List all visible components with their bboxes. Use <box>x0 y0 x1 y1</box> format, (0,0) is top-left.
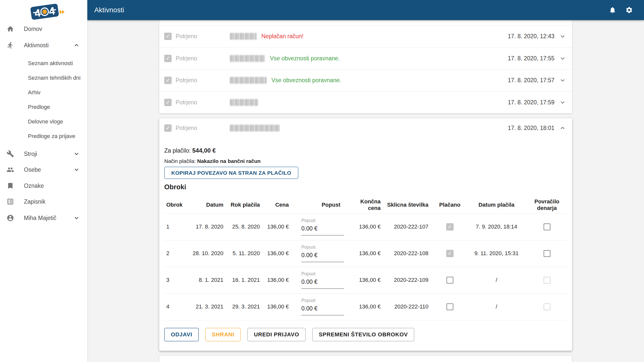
sidebar-item-oznake[interactable]: Oznake <box>0 179 87 193</box>
placano-checkbox <box>446 250 454 257</box>
activity-row[interactable]: Potrjeno Neplačan račun! 17. 8. 2020, 12… <box>159 25 572 47</box>
placano-checkbox[interactable] <box>447 277 453 284</box>
redacted-name <box>230 55 265 62</box>
popust-floating-label: Popust <box>301 218 344 223</box>
povracilo-checkbox <box>544 277 550 284</box>
obrok-datum: 28. 10. 2020 <box>187 240 228 267</box>
chevron-down-icon[interactable] <box>559 33 566 40</box>
sidebar-item-seznam-tehniskih-dni[interactable]: Seznam tehniških dni <box>0 72 87 84</box>
potrjeno-label: Potrjeno <box>176 55 197 62</box>
sidebar-item-label: Zapisnik <box>24 198 46 205</box>
col-povracilo-denarja: Povračilo denarja <box>527 196 567 213</box>
sidebar-child-label: Predloge <box>28 104 50 110</box>
popust-input[interactable] <box>301 225 344 236</box>
popust-input[interactable] <box>301 305 344 315</box>
expanded-activity-card: Potrjeno 17. 8. 2020, 18:01 Za plačilo: … <box>159 118 572 351</box>
chevron-up-icon[interactable] <box>559 125 566 131</box>
obrok-sklicna-stevilka: 2020-222-110 <box>386 293 433 320</box>
payment-method-label: Način plačila: <box>164 158 196 164</box>
page-title: Aktivnosti <box>94 6 124 14</box>
spremeni-stevilo-obrokov-button[interactable]: SPREMENI ŠTEVILO OBROKOV <box>312 328 414 341</box>
obrok-rok-placila: 29. 3. 2021 <box>228 293 265 320</box>
obrok-koncna-cena: 136,00 € <box>348 293 386 320</box>
obrok-number: 1 <box>164 213 187 240</box>
installment-row: 2 28. 10. 2020 5. 11. 2020 136,00 € Popu… <box>164 240 567 267</box>
chevron-down-icon[interactable] <box>559 99 566 106</box>
potrjeno-checkbox <box>164 124 172 132</box>
chevron-down-icon[interactable] <box>559 55 566 62</box>
sidebar-item-zapisnik[interactable]: Zapisnik <box>0 195 87 209</box>
sidebar-item-seznam-aktivnosti[interactable]: Seznam aktivnosti <box>0 57 87 69</box>
sidebar-item-label: Osebe <box>24 166 41 173</box>
popust-input[interactable] <box>301 279 344 289</box>
sidebar-child-label: Seznam tehniških dni <box>28 75 80 81</box>
col-datum: Datum <box>187 196 228 213</box>
col-sklicna-stevilka: Sklicna številka <box>386 196 433 213</box>
chevron-down-icon <box>73 166 80 173</box>
povracilo-checkbox <box>544 303 550 310</box>
obrok-datum-placila: 9. 11. 2020, 15:31 <box>466 240 527 267</box>
sidebar-item-domov[interactable]: Domov <box>0 22 87 36</box>
redacted-name <box>230 77 267 84</box>
installment-row: 3 8. 1. 2021 16. 1. 2021 136,00 € Popust… <box>164 267 567 293</box>
sidebar-child-label: Arhiv <box>28 89 41 96</box>
col-koncna-cena: Končna cena <box>348 196 386 213</box>
obrok-datum: 8. 1. 2021 <box>187 267 228 293</box>
popust-input-field: Popust <box>301 298 344 315</box>
sidebar-item-aktivnosti[interactable]: Aktivnosti <box>0 38 87 52</box>
installments-title: Obroki <box>164 183 186 191</box>
obrok-koncna-cena: 136,00 € <box>348 267 386 293</box>
sidebar-item-predloge-za-prijave[interactable]: Predloge za prijave <box>0 130 87 142</box>
bookmark-icon <box>7 182 14 190</box>
copy-payment-link-button[interactable]: KOPIRAJ POVEZAVO NA STRAN ZA PLAČILO <box>164 167 298 179</box>
povracilo-checkbox[interactable] <box>544 250 550 257</box>
sidebar-item-predloge[interactable]: Predloge <box>0 101 87 113</box>
payment-method-value: Nakazilo na bančni račun <box>197 158 261 164</box>
potrjeno-label: Potrjeno <box>176 99 197 106</box>
list-icon <box>7 198 14 205</box>
obrok-cena: 136,00 € <box>265 293 294 320</box>
col-popust: Popust <box>294 196 348 213</box>
installments-header-row: Obrok Datum Rok plačila Cena Popust Konč… <box>164 196 567 213</box>
action-buttons: ODJAVI SHRANI UREDI PRIJAVO SPREMENI ŠTE… <box>164 328 414 341</box>
potrjeno-checkbox <box>164 77 172 84</box>
activity-row[interactable]: Potrjeno 17. 8. 2020, 17:59 <box>159 91 572 113</box>
odjavi-button[interactable]: ODJAVI <box>164 328 199 341</box>
col-rok-placila: Rok plačila <box>228 196 265 213</box>
redacted-name <box>230 33 257 40</box>
chevron-down-icon <box>73 215 80 221</box>
expanded-activity-header[interactable]: Potrjeno 17. 8. 2020, 18:01 <box>159 118 572 138</box>
activity-row[interactable]: Potrjeno Vse obveznosti poravnane. 17. 8… <box>159 69 572 91</box>
app-bar: Aktivnosti <box>87 0 644 20</box>
obrok-rok-placila: 25. 8. 2020 <box>228 213 265 240</box>
sidebar-item-delovne-vloge[interactable]: Delovne vloge <box>0 116 87 128</box>
sidebar-item-osebe[interactable]: Osebe <box>0 163 87 177</box>
app-logo[interactable]: 4 4 <box>27 2 70 22</box>
sidebar-item-user-account[interactable]: Miha Majetič <box>0 211 87 225</box>
activity-row[interactable]: Potrjeno Vse obveznosti poravnane. 17. 8… <box>159 47 572 69</box>
shrani-button[interactable]: SHRANI <box>205 328 241 341</box>
activity-row-partial-bottom[interactable] <box>159 356 572 362</box>
notifications-bell-icon[interactable] <box>609 6 616 14</box>
obrok-datum: 21. 3. 2021 <box>187 293 228 320</box>
payment-amount-value: 544,00 € <box>192 147 216 154</box>
activity-row-partial[interactable] <box>159 20 572 25</box>
settings-gear-icon[interactable] <box>625 6 633 14</box>
home-icon <box>7 25 14 33</box>
sidebar-child-label: Seznam aktivnosti <box>28 60 73 67</box>
obrok-rok-placila: 5. 11. 2020 <box>228 240 265 267</box>
logo-404-icon: 4 4 <box>27 2 67 21</box>
sidebar-child-label: Delovne vloge <box>28 118 63 125</box>
chevron-down-icon[interactable] <box>559 77 566 84</box>
chevron-down-icon <box>73 151 80 157</box>
col-cena: Cena <box>265 196 294 213</box>
redacted-name <box>230 125 279 131</box>
placano-checkbox[interactable] <box>447 303 453 310</box>
popust-input[interactable] <box>301 252 344 262</box>
sidebar-item-arhiv[interactable]: Arhiv <box>0 86 87 99</box>
povracilo-checkbox[interactable] <box>544 223 550 230</box>
timestamp: 17. 8. 2020, 18:01 <box>508 125 554 131</box>
uredi-prijavo-button[interactable]: UREDI PRIJAVO <box>247 328 306 341</box>
sidebar-item-stroji[interactable]: Stroji <box>0 147 87 161</box>
timestamp: 17. 8. 2020, 12:43 <box>508 33 554 40</box>
